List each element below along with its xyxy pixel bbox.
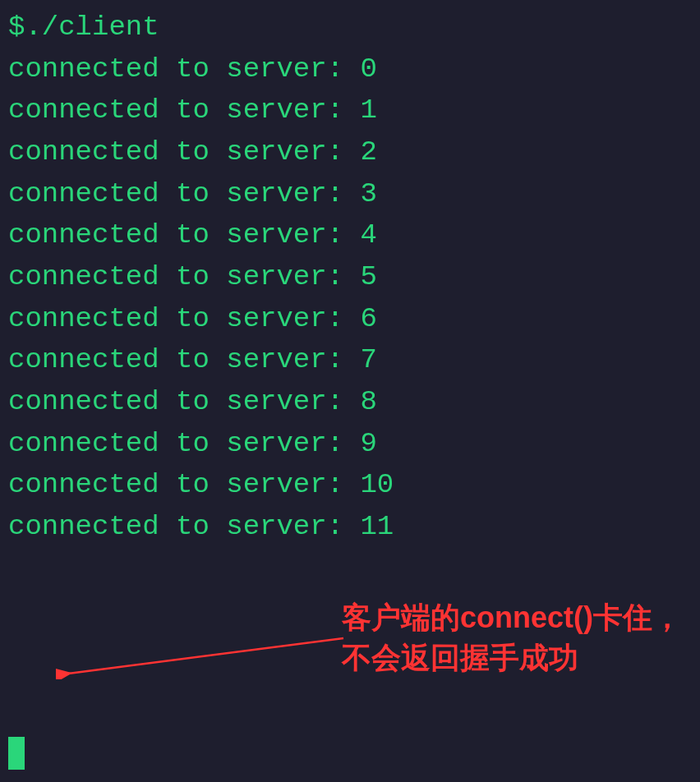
output-line: connected to server: 8 (8, 381, 692, 423)
svg-line-1 (68, 638, 343, 674)
output-line: connected to server: 9 (8, 423, 692, 465)
output-line: connected to server: 0 (8, 48, 692, 90)
output-line: connected to server: 10 (8, 464, 692, 506)
output-line: connected to server: 1 (8, 90, 692, 131)
arrow-icon (56, 634, 348, 679)
annotation-overlay: 客户端的connect()卡住，不会返回握手成功 (56, 601, 697, 716)
output-line: connected to server: 11 (8, 506, 692, 548)
output-line: connected to server: 3 (8, 173, 692, 215)
annotation-text: 客户端的connect()卡住，不会返回握手成功 (342, 598, 687, 678)
output-line: connected to server: 2 (8, 131, 692, 173)
terminal-cursor (8, 737, 25, 770)
output-line: connected to server: 5 (8, 256, 692, 298)
output-line: connected to server: 4 (8, 214, 692, 256)
command-prompt: $./client (8, 7, 692, 48)
output-line: connected to server: 7 (8, 339, 692, 381)
terminal-output: $./client connected to server: 0 connect… (0, 0, 700, 554)
output-line: connected to server: 6 (8, 298, 692, 340)
